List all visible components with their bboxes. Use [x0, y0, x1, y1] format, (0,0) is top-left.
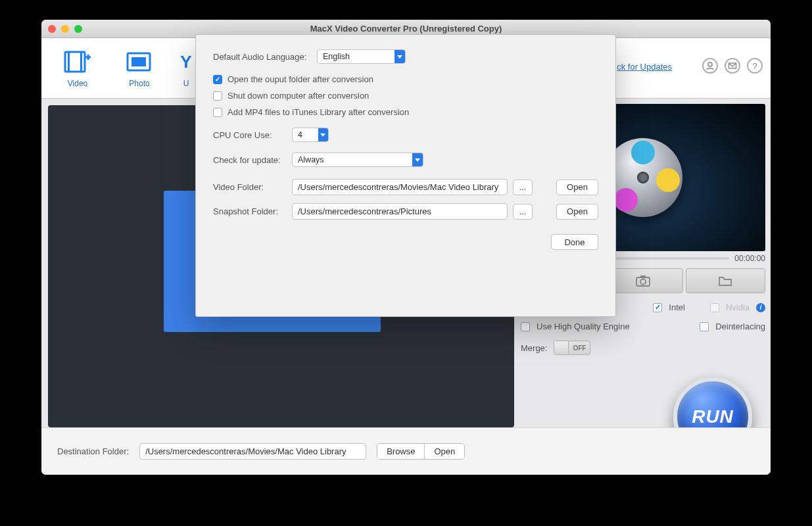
time-readout: 00:00:00 — [734, 254, 765, 263]
toolbar-item-video[interactable]: Video — [47, 43, 108, 98]
account-icon[interactable] — [702, 58, 718, 74]
destination-input[interactable] — [139, 443, 366, 460]
snapshot-folder-open[interactable]: Open — [556, 204, 598, 220]
intel-checkbox[interactable] — [653, 303, 662, 312]
hq-engine-checkbox[interactable] — [521, 322, 530, 331]
shutdown-checkbox[interactable] — [213, 91, 222, 101]
video-folder-open[interactable]: Open — [556, 179, 598, 195]
toolbar-item-photo[interactable]: Photo — [108, 43, 170, 98]
open-output-label: Open the ouput folder after conversion — [227, 74, 373, 84]
video-folder-input[interactable] — [292, 179, 508, 195]
snapshot-folder-browse[interactable]: ... — [513, 204, 533, 220]
svg-rect-1 — [68, 52, 70, 72]
open-dest-button[interactable]: Open — [424, 444, 464, 459]
chevron-down-icon — [394, 50, 405, 63]
merge-label: Merge: — [521, 343, 547, 353]
deinterlacing-label: Deinterlacing — [715, 322, 765, 331]
video-folder-label: Video Folder: — [213, 182, 287, 192]
close-icon[interactable] — [48, 25, 56, 33]
svg-point-10 — [640, 279, 646, 285]
intel-label: Intel — [669, 302, 685, 312]
cpu-core-label: CPU Core Use: — [213, 130, 287, 140]
nvidia-label: Nvidia — [726, 302, 750, 312]
photo-icon — [125, 47, 154, 76]
svg-rect-6 — [131, 57, 146, 66]
settings-sheet: Default Audio Language: English Open the… — [195, 34, 616, 317]
zoom-icon[interactable] — [74, 25, 82, 33]
cpu-core-select[interactable]: 4 — [292, 128, 329, 142]
toolbar-label: U — [183, 79, 189, 88]
chevron-down-icon — [412, 153, 423, 166]
svg-rect-2 — [80, 52, 82, 72]
help-icon[interactable]: ? — [747, 58, 763, 74]
app-window: MacX Video Converter Pro (Unregistered C… — [41, 20, 771, 475]
window-title: MacX Video Converter Pro (Unregistered C… — [41, 24, 771, 34]
shutdown-label: Shut down computer after conversion — [227, 91, 369, 101]
svg-rect-11 — [640, 275, 646, 278]
hq-engine-label: Use High Quality Engine — [537, 322, 630, 331]
update-check-label: Check for update: — [213, 155, 287, 165]
video-folder-browse[interactable]: ... — [513, 179, 533, 195]
info-icon[interactable]: i — [756, 303, 765, 312]
update-check-select[interactable]: Always — [292, 153, 423, 167]
itunes-checkbox[interactable] — [213, 108, 222, 117]
done-button[interactable]: Done — [551, 234, 598, 250]
toolbar-label: Video — [68, 79, 87, 88]
nvidia-checkbox — [710, 303, 719, 312]
check-updates-link[interactable]: ck for Updates — [617, 62, 672, 72]
audio-lang-select[interactable]: English — [317, 49, 406, 64]
chevron-down-icon — [318, 128, 328, 141]
minimize-icon[interactable] — [61, 25, 69, 33]
deinterlacing-checkbox[interactable] — [700, 322, 709, 331]
destination-label: Destination Folder: — [57, 446, 129, 456]
folder-button[interactable] — [686, 268, 765, 293]
toolbar-label: Photo — [129, 79, 149, 88]
mail-icon[interactable] — [725, 58, 740, 74]
itunes-label: Add MP4 files to iTunes Library after co… — [227, 107, 409, 117]
svg-point-7 — [708, 62, 712, 66]
audio-lang-label: Default Audio Language: — [213, 52, 312, 62]
open-output-checkbox[interactable] — [213, 75, 222, 84]
browse-button[interactable]: Browse — [377, 444, 424, 459]
merge-toggle[interactable]: OFF — [554, 341, 590, 355]
snapshot-folder-input[interactable] — [292, 203, 508, 220]
video-plus-icon — [63, 47, 92, 76]
snapshot-folder-label: Snapshot Folder: — [213, 206, 287, 216]
bottom-bar: Destination Folder: Browse Open — [41, 427, 771, 475]
